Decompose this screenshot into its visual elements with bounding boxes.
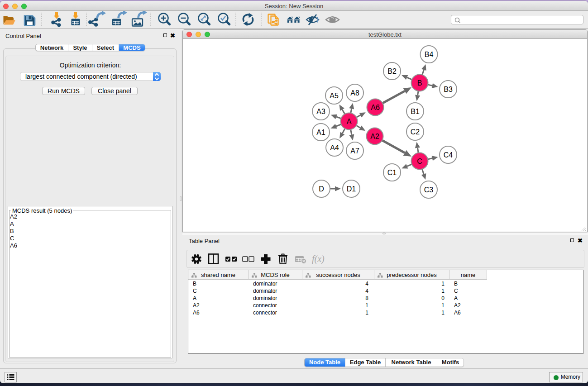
svg-text:f(x): f(x): [312, 254, 325, 264]
svg-text:C3: C3: [424, 186, 434, 194]
svg-text:C: C: [417, 157, 422, 165]
svg-text:B2: B2: [387, 67, 397, 75]
svg-text:D: D: [319, 185, 324, 193]
svg-text:A1: A1: [316, 129, 325, 136]
svg-text:A7: A7: [350, 147, 359, 155]
svg-text:A6: A6: [371, 104, 380, 111]
svg-text:B3: B3: [444, 86, 453, 93]
svg-text:B: B: [417, 79, 422, 87]
svg-text:A4: A4: [330, 144, 339, 152]
svg-text:C2: C2: [411, 128, 420, 136]
svg-text:A5: A5: [330, 92, 339, 100]
svg-text:A3: A3: [316, 108, 325, 115]
svg-text:B4: B4: [425, 51, 434, 58]
svg-text:C4: C4: [444, 151, 453, 159]
svg-text:A2: A2: [370, 133, 379, 140]
svg-text:B1: B1: [411, 108, 420, 115]
svg-text:C1: C1: [387, 169, 397, 176]
svg-text:D1: D1: [347, 185, 356, 193]
svg-text:A8: A8: [350, 89, 359, 97]
svg-text:A: A: [347, 118, 352, 125]
